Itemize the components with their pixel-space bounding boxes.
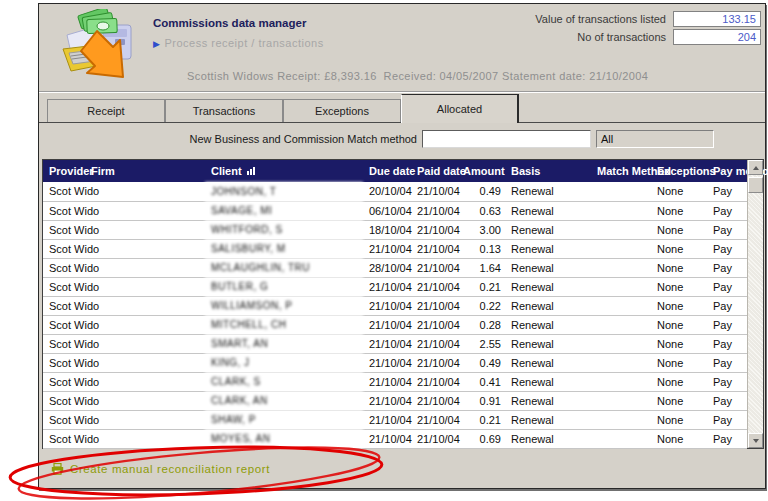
client-cell-blurred: JOHNSON, T (205, 182, 363, 201)
col-amount[interactable]: Amount (463, 160, 505, 182)
create-manual-reconciliation-report-link[interactable]: Create manual reconciliation report (51, 463, 270, 475)
allocated-transactions-grid: Provider Firm Client Due date Paid date … (42, 159, 764, 449)
table-row[interactable]: Scot Wido SHAW, P 21/10/04 21/10/04 0.21… (43, 410, 747, 429)
col-paid-date[interactable]: Paid date (411, 160, 463, 182)
commissions-data-manager-window: Commissions data manager ▶Process receip… (38, 3, 766, 489)
table-row[interactable]: Scot Wido CLARK, S 21/10/04 21/10/04 0.4… (43, 372, 747, 391)
footer-link-label: Create manual reconciliation report (70, 463, 270, 475)
client-cell-blurred: BUTLER, G (205, 277, 363, 296)
client-cell-blurred: MCLAUGHLIN, TRU (205, 258, 363, 277)
no-of-transactions-label: No of transactions (577, 31, 666, 43)
col-exceptions[interactable]: Exceptions (651, 160, 707, 182)
tab-exceptions[interactable]: Exceptions (283, 99, 401, 122)
table-row[interactable]: Scot Wido KING, J 21/10/04 21/10/04 0.49… (43, 353, 747, 372)
no-of-transactions-field: 204 (673, 29, 761, 45)
receipt-summary-line: Scottish Widows Receipt: £8,393.16 Recei… (187, 70, 648, 82)
client-cell-blurred: MOYES, AN (205, 429, 363, 448)
match-method-input[interactable] (422, 130, 591, 148)
summary-value-row: Value of transactions listed 133.15 (535, 11, 761, 27)
table-row[interactable]: Scot Wido BUTLER, G 21/10/04 21/10/04 0.… (43, 277, 747, 296)
client-cell-blurred: MITCHELL, CH (205, 315, 363, 334)
transactions-table: Provider Firm Client Due date Paid date … (43, 160, 747, 449)
header-separator (39, 91, 765, 93)
match-method-dropdown[interactable]: All (596, 130, 714, 148)
tab-transactions[interactable]: Transactions (165, 99, 283, 122)
col-basis[interactable]: Basis (505, 160, 591, 182)
arrow-down-icon (753, 439, 759, 443)
breadcrumb: ▶Process receipt / transactions (153, 37, 324, 49)
client-cell-blurred: KING, J (205, 353, 363, 372)
client-cell-blurred: SAVAGE, MI (205, 201, 363, 220)
col-provider[interactable]: Provider (43, 160, 85, 182)
table-row[interactable]: Scot Wido WILLIAMSON, P 21/10/04 21/10/0… (43, 296, 747, 315)
table-row[interactable]: Scot Wido MCLAUGHLIN, TRU 28/10/04 21/10… (43, 258, 747, 277)
scroll-up-button[interactable] (748, 160, 763, 175)
table-row[interactable]: Scot Wido CLARK, AN 21/10/04 21/10/04 0.… (43, 391, 747, 410)
summary-count-row: No of transactions 204 (577, 29, 761, 45)
commissions-app-icon (57, 9, 141, 85)
col-client[interactable]: Client (205, 160, 363, 182)
printer-icon (51, 463, 64, 475)
table-header-row: Provider Firm Client Due date Paid date … (43, 160, 747, 182)
tab-strip: Receipt Transactions Exceptions Allocate… (47, 94, 519, 122)
table-row[interactable]: Scot Wido SALISBURY, M 21/10/04 21/10/04… (43, 239, 747, 258)
table-row[interactable]: Scot Wido SAVAGE, MI 06/10/04 21/10/04 0… (43, 201, 747, 220)
col-due-date[interactable]: Due date (363, 160, 411, 182)
col-pay-method[interactable]: Pay method (707, 160, 747, 182)
table-row[interactable]: Scot Wido SMART, AN 21/10/04 21/10/04 2.… (43, 334, 747, 353)
table-row[interactable]: Scot Wido MITCHELL, CH 21/10/04 21/10/04… (43, 315, 747, 334)
client-cell-blurred: SHAW, P (205, 410, 363, 429)
col-match-method[interactable]: Match Method (591, 160, 651, 182)
client-cell-blurred: WILLIAMSON, P (205, 296, 363, 315)
tab-allocated[interactable]: Allocated (401, 94, 519, 123)
value-of-transactions-label: Value of transactions listed (535, 13, 666, 25)
page-title: Commissions data manager (153, 17, 306, 29)
vertical-scrollbar[interactable] (747, 160, 763, 448)
breadcrumb-label: Process receipt / transactions (164, 37, 323, 49)
col-firm[interactable]: Firm (85, 160, 205, 182)
page: Commissions data manager ▶Process receip… (0, 0, 768, 501)
scrollbar-thumb[interactable] (748, 177, 763, 193)
client-cell-blurred: SMART, AN (205, 334, 363, 353)
value-of-transactions-field: 133.15 (673, 11, 761, 27)
client-cell-blurred: CLARK, S (205, 372, 363, 391)
match-method-label: New Business and Commission Match method (39, 133, 417, 145)
table-body: Scot Wido JOHNSON, T 20/10/04 21/10/04 0… (43, 182, 747, 448)
breadcrumb-arrow-icon: ▶ (153, 39, 160, 49)
table-row[interactable]: Scot Wido JOHNSON, T 20/10/04 21/10/04 0… (43, 182, 747, 201)
table-row[interactable]: Scot Wido MOYES, AN 21/10/04 21/10/04 0.… (43, 429, 747, 448)
table-row[interactable]: Scot Wido WHITFORD, S 18/10/04 21/10/04 … (43, 220, 747, 239)
tab-receipt[interactable]: Receipt (47, 99, 165, 122)
client-cell-blurred: WHITFORD, S (205, 220, 363, 239)
client-cell-blurred: CLARK, AN (205, 391, 363, 410)
client-cell-blurred: SALISBURY, M (205, 239, 363, 258)
arrow-up-icon (753, 166, 759, 170)
sort-icon (247, 167, 255, 175)
scroll-down-button[interactable] (748, 433, 763, 448)
